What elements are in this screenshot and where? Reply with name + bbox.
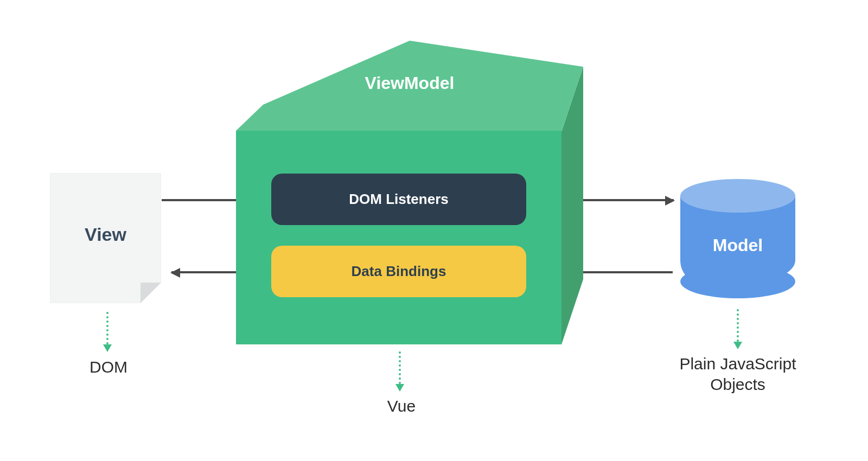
svg-marker-4 [236,131,561,132]
data-bindings-pill: Data Bindings [271,246,526,297]
view-caption: DOM [71,357,146,377]
model-title: Model [680,235,795,255]
dotted-arrow-view [106,312,108,344]
viewmodel-caption: Vue [363,396,439,417]
dotted-arrow-viewmodel [399,351,401,384]
viewmodel-cube: ViewModel DOM Listeners Data Bindings [236,41,583,344]
view-title: View [50,224,161,245]
dom-listeners-pill: DOM Listeners [271,174,526,225]
view-card: View [50,173,161,303]
dotted-arrow-model [737,309,739,342]
svg-marker-2 [236,131,561,344]
diagram-canvas: View ViewModel DOM Listeners Data Bindin… [0,0,868,461]
page-fold-icon [141,283,161,303]
model-caption: Plain JavaScript Objects [667,354,808,394]
arrow-head-down-icon [395,384,404,392]
cylinder-top-icon [680,179,795,213]
arrow-head-left-icon [170,268,180,278]
arrow-head-down-icon [103,344,112,352]
arrow-head-down-icon [733,342,742,349]
model-cylinder: Model [680,179,795,298]
arrow-head-right-icon [665,196,675,206]
viewmodel-title: ViewModel [236,73,583,93]
